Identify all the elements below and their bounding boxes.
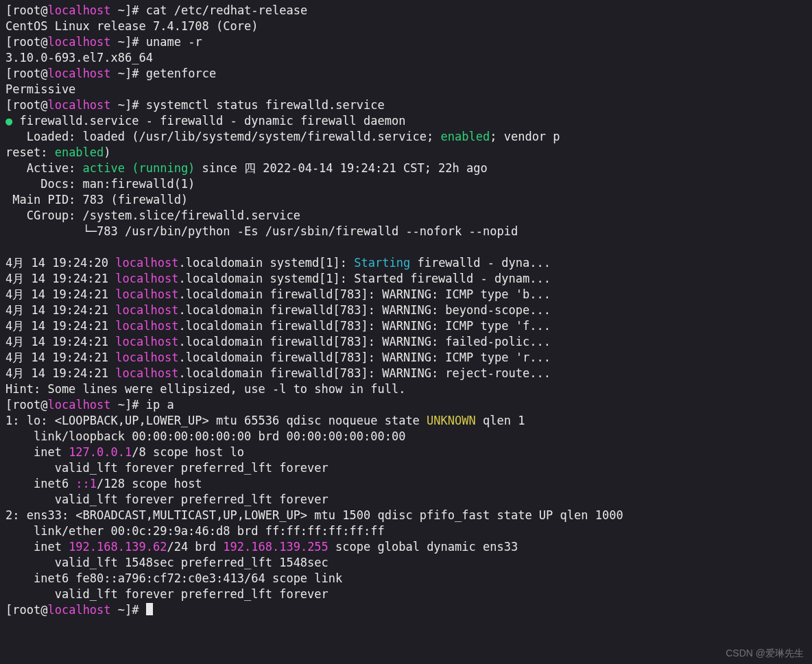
service-reset: reset: enabled) (5, 145, 111, 159)
log-line: 4月 14 19:24:20 localhost.localdomain sys… (5, 256, 551, 270)
prompt-line[interactable]: [root@localhost ~]# (5, 603, 153, 617)
output-release: CentOS Linux release 7.4.1708 (Core) (5, 19, 258, 33)
log-line: 4月 14 19:24:21 localhost.localdomain fir… (5, 351, 551, 364)
service-cgroup: CGroup: /system.slice/firewalld.service (5, 209, 300, 222)
cmd-systemctl: systemctl status firewalld.service (146, 98, 385, 112)
log-line: 4月 14 19:24:21 localhost.localdomain fir… (5, 335, 551, 348)
cursor-icon (146, 603, 153, 615)
cmd-uname: uname -r (146, 35, 202, 49)
prompt-line: [root@localhost ~]# getenforce (5, 67, 216, 80)
log-line: 4月 14 19:24:21 localhost.localdomain fir… (5, 366, 551, 380)
ip-ens-inet: inet 192.168.139.62/24 brd 192.168.139.2… (5, 540, 518, 554)
ip-ens-lft: valid_lft 1548sec preferred_lft 1548sec (5, 556, 329, 569)
ip-lft: valid_lft forever preferred_lft forever (5, 461, 329, 475)
log-line: 4月 14 19:24:21 localhost.localdomain sys… (5, 272, 551, 285)
ip-ens-link: link/ether 00:0c:29:9a:46:d8 brd ff:ff:f… (5, 524, 385, 538)
log-line: 4月 14 19:24:21 localhost.localdomain fir… (5, 319, 551, 333)
service-header: ● firewalld.service - firewalld - dynami… (5, 114, 405, 128)
cmd-getenforce: getenforce (146, 67, 216, 80)
service-loaded: Loaded: loaded (/usr/lib/systemd/system/… (5, 130, 560, 143)
ip-ens-header: 2: ens33: <BROADCAST,MULTICAST,UP,LOWER_… (5, 508, 623, 522)
ip-lft: valid_lft forever preferred_lft forever (5, 493, 329, 506)
output-selinux: Permissive (5, 82, 75, 96)
ip-ens-inet6: inet6 fe80::a796:cf72:c0e3:413/64 scope … (5, 571, 342, 585)
log-line: 4月 14 19:24:21 localhost.localdomain fir… (5, 287, 551, 301)
output-kernel: 3.10.0-693.el7.x86_64 (5, 51, 153, 64)
service-docs: Docs: man:firewalld(1) (5, 177, 195, 191)
prompt-line: [root@localhost ~]# ip a (5, 398, 174, 412)
prompt-line: [root@localhost ~]# systemctl status fir… (5, 98, 385, 112)
cmd-ipa: ip a (146, 398, 174, 412)
service-mainpid: Main PID: 783 (firewalld) (5, 193, 188, 206)
log-line: 4月 14 19:24:21 localhost.localdomain fir… (5, 303, 551, 317)
ip-lo-inet: inet 127.0.0.1/8 scope host lo (5, 445, 244, 459)
ip-lo-inet6: inet6 ::1/128 scope host (5, 477, 202, 490)
watermark: CSDN @爱琳先生 (726, 648, 804, 660)
cmd-cat: cat /etc/redhat-release (146, 3, 307, 17)
ip-lo-header: 1: lo: <LOOPBACK,UP,LOWER_UP> mtu 65536 … (5, 414, 525, 427)
hint-line: Hint: Some lines were ellipsized, use -l… (5, 382, 405, 396)
service-active: Active: active (running) since 四 2022-04… (5, 161, 488, 175)
ip-lft: valid_lft forever preferred_lft forever (5, 587, 329, 601)
prompt-line: [root@localhost ~]# uname -r (5, 35, 202, 49)
service-cgroup-proc: └─783 /usr/bin/python -Es /usr/sbin/fire… (5, 224, 518, 238)
ip-lo-link: link/loopback 00:00:00:00:00:00 brd 00:0… (5, 429, 405, 443)
prompt-line: [root@localhost ~]# cat /etc/redhat-rele… (5, 3, 307, 17)
status-dot-icon: ● (5, 114, 12, 128)
terminal-output[interactable]: [root@localhost ~]# cat /etc/redhat-rele… (0, 0, 812, 621)
